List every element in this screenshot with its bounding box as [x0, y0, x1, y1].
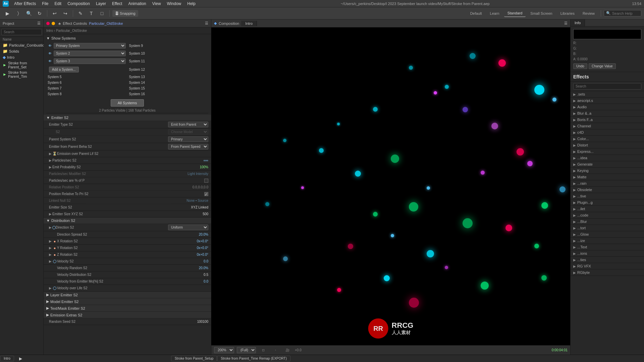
timeline-tab-export[interactable]: Stroke from Parent_Time Remap (EXPORT)	[217, 356, 290, 361]
prop-value[interactable]: 100100	[181, 320, 208, 323]
workspace-default[interactable]: Default	[467, 10, 485, 17]
workspace-standard[interactable]: Standard	[504, 10, 526, 17]
effect-category[interactable]: ▶ ...tort	[571, 225, 644, 231]
search-input[interactable]	[612, 11, 639, 15]
project-search-input[interactable]	[1, 29, 42, 35]
effect-category[interactable]: ▶ ...ions	[571, 250, 644, 257]
effect-category[interactable]: ▶ Blur &..a	[571, 110, 644, 117]
prop-value[interactable]: 0x+0.0°	[181, 253, 208, 256]
effect-category[interactable]: ▶ .sets	[571, 91, 644, 98]
prop-value[interactable]: 100%	[181, 165, 208, 169]
expander-icon[interactable]: ▶	[49, 159, 52, 162]
effect-category[interactable]: ▶ ...rain	[571, 180, 644, 187]
quality-dropdown[interactable]: (Full)	[237, 347, 256, 353]
system-dropdown-1[interactable]: Primary System	[54, 43, 126, 49]
effect-category[interactable]: ▶ Color...	[571, 136, 644, 142]
comp-tab-intro[interactable]: Intro	[241, 21, 257, 26]
comp-menu-btn[interactable]: ☰	[564, 21, 568, 25]
prop-velocity-life[interactable]: ▶ Velocity over Life S2	[44, 285, 211, 292]
effect-category[interactable]: ▶ Obsolete	[571, 187, 644, 193]
ec-menu-btn[interactable]: ☰	[205, 21, 208, 25]
project-menu-btn[interactable]: ☰	[37, 21, 41, 25]
distribution-header[interactable]: ▼ Distribution S2	[44, 218, 211, 224]
prop-emission-life[interactable]: ▶ ⏳ Emission over Parent Lif S2	[44, 150, 211, 157]
emitter-header[interactable]: ▼ Emitter S2	[44, 115, 211, 121]
visibility-icon[interactable]: 👁	[48, 44, 52, 48]
menu-effect[interactable]: Effect	[109, 1, 125, 7]
add-system-btn[interactable]: Add a System...	[49, 67, 79, 72]
effect-category[interactable]: ▶ ...Blur	[571, 219, 644, 225]
prop-value[interactable]: 0.5	[181, 273, 208, 277]
expander-icon[interactable]: ▶	[49, 226, 52, 229]
shape-tool[interactable]: □	[97, 9, 107, 18]
effects-search-input[interactable]	[573, 83, 641, 89]
effect-category[interactable]: ▶ RG VFX	[571, 263, 644, 269]
effect-category[interactable]: ▶ ...code	[571, 212, 644, 219]
prop-value[interactable]: 0x+0.0°	[181, 246, 208, 250]
visibility-icon[interactable]: 👁	[48, 60, 52, 63]
selection-tool[interactable]: ▶	[3, 9, 12, 18]
minimize-btn[interactable]	[52, 22, 55, 25]
workspace-small-screen[interactable]: Small Screen	[527, 10, 555, 17]
list-item[interactable]: 📁 Solids	[0, 48, 43, 54]
direction-dropdown[interactable]: Uniform	[168, 225, 208, 230]
workspace-review[interactable]: Review	[579, 10, 598, 17]
effect-category[interactable]: ▶ Express...	[571, 148, 644, 155]
workspace-learn[interactable]: Learn	[487, 10, 503, 17]
info-tab[interactable]: Info	[571, 19, 585, 26]
prop-value[interactable]: 20.0%	[181, 266, 208, 270]
system-dropdown-3[interactable]: System 3	[54, 58, 126, 64]
zoom-dropdown[interactable]: 200%	[214, 347, 234, 353]
pen-tool[interactable]: ✎	[76, 9, 85, 18]
snapping-toggle[interactable]: ⛇ Snapping	[112, 10, 138, 17]
expander-icon[interactable]: ▶	[49, 259, 52, 263]
effect-category[interactable]: ▶ Channel	[571, 123, 644, 129]
expander-icon[interactable]: ▶	[49, 212, 52, 216]
menu-animation[interactable]: Animation	[125, 1, 149, 7]
list-item[interactable]: ► Stroke from Parent_Set	[0, 60, 43, 70]
all-systems-btn[interactable]: All Systems	[111, 99, 144, 107]
effect-category[interactable]: ▶ ...tive	[571, 193, 644, 199]
search-box[interactable]: 🔍	[604, 10, 641, 16]
effect-category[interactable]: ▶ ...Glow	[571, 231, 644, 238]
menu-view[interactable]: View	[150, 1, 164, 7]
parent-system-dropdown[interactable]: Primary	[168, 136, 208, 142]
s2-dropdown[interactable]: Choose Model	[168, 129, 208, 135]
redo-btn[interactable]: ↪	[61, 9, 70, 18]
expander-icon[interactable]: ▶	[49, 246, 52, 250]
expander-icon[interactable]: ▶	[49, 152, 52, 156]
checkbox-pos-relative[interactable]: ✓	[204, 192, 208, 196]
text-emitter-header[interactable]: ▶ Text/Mask Emitter S2	[44, 305, 211, 312]
timeline-tab-intro[interactable]: Intro	[0, 356, 14, 361]
list-item[interactable]: 📁 Particular_Combustion...	[0, 42, 43, 48]
menu-help[interactable]: Help	[184, 1, 198, 7]
emission-extras-header[interactable]: ▶ Emission Extras S2	[44, 312, 211, 318]
prop-value[interactable]: XYZ Linked	[181, 205, 208, 209]
fit-comp-btn[interactable]: □	[259, 346, 268, 355]
snap-btn[interactable]: ⋅	[271, 346, 280, 355]
effect-category[interactable]: ▶ Audio	[571, 104, 644, 110]
prop-value[interactable]: 0x+0.0°	[181, 239, 208, 243]
menu-composition[interactable]: Composition	[65, 1, 93, 7]
timeline-play-btn[interactable]: ▶	[17, 355, 24, 362]
effect-category[interactable]: ▶ ...ilet	[571, 206, 644, 212]
system-dropdown-2[interactable]: System 2	[54, 51, 126, 56]
effect-category[interactable]: ▶ aescript.s	[571, 98, 644, 104]
effect-category[interactable]: ▶ c4D	[571, 129, 644, 136]
expander-icon[interactable]: ▶	[49, 286, 52, 290]
effect-category[interactable]: ▶ Matte	[571, 174, 644, 180]
checkbox-pps[interactable]	[204, 179, 208, 183]
show-systems-header[interactable]: ▼ Show Systems	[46, 36, 208, 41]
effect-category[interactable]: ▶ ...Text	[571, 244, 644, 250]
text-tool[interactable]: T	[87, 9, 96, 18]
undo-btn[interactable]: Undo	[573, 63, 587, 69]
menu-after-effects[interactable]: After Effects	[11, 1, 39, 7]
prop-value[interactable]: 0.0	[181, 280, 208, 283]
effect-category[interactable]: ▶ Distort	[571, 142, 644, 148]
effect-category[interactable]: ▶ Boris F..a	[571, 117, 644, 123]
expander-icon[interactable]: ▶	[49, 165, 52, 169]
model-emitter-header[interactable]: ▶ Model Emitter S2	[44, 298, 211, 305]
visibility-icon[interactable]: 👁	[48, 52, 52, 55]
zoom-tool[interactable]: 🔍	[24, 9, 34, 18]
expander-icon[interactable]: ▶	[49, 253, 52, 256]
